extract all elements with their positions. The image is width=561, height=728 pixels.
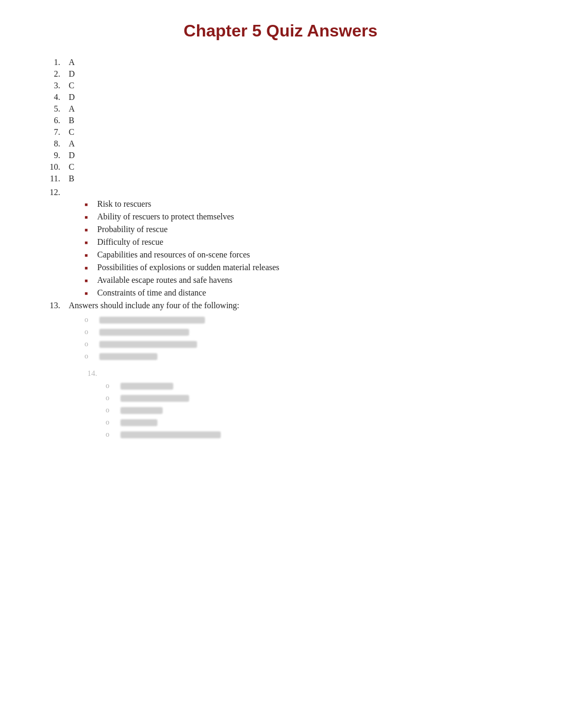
numbered-item: 6.B bbox=[42, 116, 519, 125]
bullet-item: ■Available escape routes and safe havens bbox=[85, 275, 519, 285]
blurred-list-item: o bbox=[85, 316, 519, 324]
bullet-item: ■Capabilities and resources of on-scene … bbox=[85, 250, 519, 260]
item-number: 1. bbox=[42, 58, 69, 67]
blurred-number-14: 14. bbox=[85, 369, 106, 378]
blurred-sub-bar bbox=[120, 407, 163, 414]
blurred-list-item: o bbox=[85, 340, 519, 348]
bullet-item: ■Constraints of time and distance bbox=[85, 288, 519, 298]
numbered-item: 8.A bbox=[42, 139, 519, 149]
bullet-icon: ■ bbox=[85, 201, 91, 207]
blurred-sub-bar bbox=[120, 383, 173, 390]
blurred-sub-label: o bbox=[106, 382, 116, 390]
item-number: 9. bbox=[42, 151, 69, 160]
blurred-bar bbox=[99, 317, 205, 324]
blurred-bar bbox=[99, 353, 157, 360]
bullet-text: Ability of rescuers to protect themselve… bbox=[97, 212, 234, 222]
bullet-item: ■Difficulty of rescue bbox=[85, 237, 519, 247]
blurred-sub-bar bbox=[120, 419, 157, 426]
blurred-sub-item: o bbox=[106, 394, 519, 402]
bullet-icon: ■ bbox=[85, 278, 91, 283]
item-number: 5. bbox=[42, 104, 69, 114]
blurred-sub-label: o bbox=[106, 406, 116, 414]
blurred-sub-bar bbox=[120, 395, 189, 402]
bullet-icon: ■ bbox=[85, 252, 91, 258]
item-12-number: 12. bbox=[42, 188, 69, 197]
numbered-item: 4.D bbox=[42, 93, 519, 102]
blurred-label: o bbox=[85, 316, 95, 324]
bullet-text: Risk to rescuers bbox=[97, 199, 151, 209]
item-answer: D bbox=[69, 151, 75, 160]
bullet-item: ■Risk to rescuers bbox=[85, 199, 519, 209]
item-answer: A bbox=[69, 139, 75, 149]
blurred-label: o bbox=[85, 340, 95, 348]
item-number: 6. bbox=[42, 116, 69, 125]
item-answer: A bbox=[69, 104, 75, 114]
blurred-sub-group: ooooo bbox=[106, 382, 519, 439]
blurred-sub-label: o bbox=[106, 418, 116, 427]
item-12-row: 12. bbox=[42, 188, 519, 197]
page-title: Chapter 5 Quiz Answers bbox=[42, 21, 519, 41]
numbered-item: 5.A bbox=[42, 104, 519, 114]
blurred-list-item: o bbox=[85, 352, 519, 361]
bullet-icon: ■ bbox=[85, 239, 91, 245]
item-number: 7. bbox=[42, 127, 69, 137]
bullet-icon: ■ bbox=[85, 214, 91, 220]
blurred-list-item: o bbox=[85, 328, 519, 336]
item-12-bullets: ■Risk to rescuers■Ability of rescuers to… bbox=[85, 199, 519, 298]
numbered-item: 10.C bbox=[42, 162, 519, 172]
bullet-text: Difficulty of rescue bbox=[97, 237, 163, 247]
blurred-item-14: 14. bbox=[85, 369, 519, 378]
blurred-group-1: oooo bbox=[85, 316, 519, 361]
item-answer: D bbox=[69, 93, 75, 102]
blurred-sub-label: o bbox=[106, 394, 116, 402]
item-answer: B bbox=[69, 116, 74, 125]
numbered-item: 2.D bbox=[42, 69, 519, 79]
item-answer: C bbox=[69, 127, 74, 137]
blurred-sub-bar bbox=[120, 431, 221, 438]
item-number: 11. bbox=[42, 174, 69, 183]
bullet-text: Constraints of time and distance bbox=[97, 288, 206, 298]
bullet-icon: ■ bbox=[85, 290, 91, 296]
item-number: 3. bbox=[42, 81, 69, 90]
bullet-text: Possibilities of explosions or sudden ma… bbox=[97, 263, 279, 272]
numbered-item: 9.D bbox=[42, 151, 519, 160]
bullet-text: Available escape routes and safe havens bbox=[97, 275, 232, 285]
bullet-text: Capabilities and resources of on-scene f… bbox=[97, 250, 250, 260]
item-number: 10. bbox=[42, 162, 69, 172]
blurred-section: oooo 14. ooooo bbox=[85, 316, 519, 439]
numbered-item: 11.B bbox=[42, 174, 519, 183]
blurred-sub-item: o bbox=[106, 406, 519, 414]
item-13-number: 13. bbox=[42, 301, 69, 310]
item-answer: C bbox=[69, 162, 74, 172]
item-number: 8. bbox=[42, 139, 69, 149]
bullet-icon: ■ bbox=[85, 227, 91, 233]
bullet-item: ■Probability of rescue bbox=[85, 225, 519, 234]
item-13-text: Answers should include any four of the f… bbox=[69, 301, 239, 310]
blurred-sub-item: o bbox=[106, 382, 519, 390]
numbered-item: 7.C bbox=[42, 127, 519, 137]
blurred-bar bbox=[99, 341, 197, 348]
bullet-icon: ■ bbox=[85, 265, 91, 271]
item-answer: A bbox=[69, 58, 75, 67]
numbered-item: 1.A bbox=[42, 58, 519, 67]
item-answer: C bbox=[69, 81, 74, 90]
numbered-item: 3.C bbox=[42, 81, 519, 90]
blurred-bar bbox=[99, 329, 189, 336]
blurred-sub-item: o bbox=[106, 430, 519, 439]
item-answer: B bbox=[69, 174, 74, 183]
bullet-item: ■Possibilities of explosions or sudden m… bbox=[85, 263, 519, 272]
item-13-row: 13. Answers should include any four of t… bbox=[42, 301, 519, 310]
blurred-label: o bbox=[85, 328, 95, 336]
item-answer: D bbox=[69, 69, 75, 79]
bullet-text: Probability of rescue bbox=[97, 225, 167, 234]
blurred-sub-label: o bbox=[106, 430, 116, 439]
item-number: 2. bbox=[42, 69, 69, 79]
numbered-list: 1.A2.D3.C4.D5.A6.B7.C8.A9.D10.C11.B bbox=[42, 58, 519, 183]
item-number: 4. bbox=[42, 93, 69, 102]
bullet-item: ■Ability of rescuers to protect themselv… bbox=[85, 212, 519, 222]
blurred-label: o bbox=[85, 352, 95, 361]
blurred-sub-item: o bbox=[106, 418, 519, 427]
